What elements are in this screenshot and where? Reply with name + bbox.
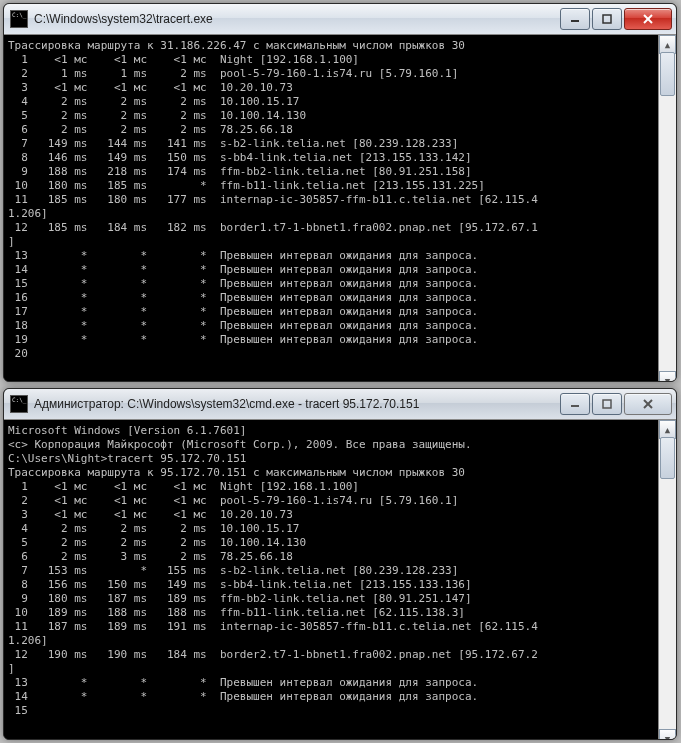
tracert-window-2: Администратор: C:\Windows\system32\cmd.e… bbox=[3, 388, 677, 740]
hop-row: 11 185 ms 180 ms 177 ms internap-ic-3058… bbox=[8, 193, 658, 207]
svg-rect-1 bbox=[603, 15, 611, 23]
hop-row: 11 187 ms 189 ms 191 ms internap-ic-3058… bbox=[8, 620, 658, 634]
hop-row: 3 <1 мс <1 мс <1 мс 10.20.10.73 bbox=[8, 508, 658, 522]
hop-row: 5 2 ms 2 ms 2 ms 10.100.14.130 bbox=[8, 109, 658, 123]
prompt-line: C:\Users\Night>tracert 95.172.70.151 bbox=[8, 452, 658, 466]
timeout-row: 19 * * * Превышен интервал ожидания для … bbox=[8, 333, 658, 347]
copyright-line: <c> Корпорация Майкрософт (Microsoft Cor… bbox=[8, 438, 658, 452]
scrollbar[interactable]: ▲ ▼ bbox=[658, 420, 676, 740]
scroll-down-button[interactable]: ▼ bbox=[659, 729, 676, 740]
window-title: Администратор: C:\Windows\system32\cmd.e… bbox=[34, 397, 560, 411]
trace-header: Трассировка маршрута к 95.172.70.151 с м… bbox=[8, 466, 658, 480]
svg-rect-5 bbox=[603, 400, 611, 408]
hop-row: 20 bbox=[8, 347, 658, 361]
hop-wrap: ] bbox=[8, 235, 658, 249]
scroll-thumb[interactable] bbox=[660, 52, 675, 96]
tracert-window-1: C:\Windows\system32\tracert.exe Трассиро… bbox=[3, 3, 677, 382]
timeout-row: 16 * * * Превышен интервал ожидания для … bbox=[8, 291, 658, 305]
version-line: Microsoft Windows [Version 6.1.7601] bbox=[8, 424, 658, 438]
scroll-track[interactable] bbox=[659, 437, 676, 731]
hop-row: 5 2 ms 2 ms 2 ms 10.100.14.130 bbox=[8, 536, 658, 550]
window-controls bbox=[560, 8, 672, 30]
close-button[interactable] bbox=[624, 393, 672, 415]
hop-row: 12 190 ms 190 ms 184 ms border2.t7-1-bbn… bbox=[8, 648, 658, 662]
scroll-thumb[interactable] bbox=[660, 437, 675, 479]
hop-row: 9 188 ms 218 ms 174 ms ffm-bb2-link.teli… bbox=[8, 165, 658, 179]
trace-header: Трассировка маршрута к 31.186.226.47 с м… bbox=[8, 39, 658, 53]
timeout-row: 13 * * * Превышен интервал ожидания для … bbox=[8, 249, 658, 263]
hop-row: 15 bbox=[8, 704, 658, 718]
timeout-row: 14 * * * Превышен интервал ожидания для … bbox=[8, 263, 658, 277]
window-title: C:\Windows\system32\tracert.exe bbox=[34, 12, 560, 26]
console-area: Трассировка маршрута к 31.186.226.47 с м… bbox=[4, 35, 676, 382]
titlebar[interactable]: C:\Windows\system32\tracert.exe bbox=[4, 4, 676, 35]
timeout-row: 14 * * * Превышен интервал ожидания для … bbox=[8, 690, 658, 704]
hop-row: 7 153 ms * 155 ms s-b2-link.telia.net [8… bbox=[8, 564, 658, 578]
scroll-track[interactable] bbox=[659, 52, 676, 373]
close-button[interactable] bbox=[624, 8, 672, 30]
cmd-icon bbox=[10, 10, 28, 28]
minimize-button[interactable] bbox=[560, 8, 590, 30]
hop-row: 4 2 ms 2 ms 2 ms 10.100.15.17 bbox=[8, 95, 658, 109]
hop-row: 10 180 ms 185 ms * ffm-b11-link.telia.ne… bbox=[8, 179, 658, 193]
hop-row: 7 149 ms 144 ms 141 ms s-b2-link.telia.n… bbox=[8, 137, 658, 151]
titlebar[interactable]: Администратор: C:\Windows\system32\cmd.e… bbox=[4, 389, 676, 420]
hop-wrap: 1.206] bbox=[8, 207, 658, 221]
hop-row: 1 <1 мс <1 мс <1 мс Night [192.168.1.100… bbox=[8, 480, 658, 494]
hop-row: 6 2 ms 3 ms 2 ms 78.25.66.18 bbox=[8, 550, 658, 564]
hop-wrap: 1.206] bbox=[8, 634, 658, 648]
hop-row: 12 185 ms 184 ms 182 ms border1.t7-1-bbn… bbox=[8, 221, 658, 235]
console-area: Microsoft Windows [Version 6.1.7601]<c> … bbox=[4, 420, 676, 740]
timeout-row: 15 * * * Превышен интервал ожидания для … bbox=[8, 277, 658, 291]
hop-row: 10 189 ms 188 ms 188 ms ffm-b11-link.tel… bbox=[8, 606, 658, 620]
hop-row: 8 156 ms 150 ms 149 ms s-bb4-link.telia.… bbox=[8, 578, 658, 592]
maximize-button[interactable] bbox=[592, 8, 622, 30]
maximize-button[interactable] bbox=[592, 393, 622, 415]
hop-wrap: ] bbox=[8, 662, 658, 676]
timeout-row: 13 * * * Превышен интервал ожидания для … bbox=[8, 676, 658, 690]
window-controls bbox=[560, 393, 672, 415]
hop-row: 6 2 ms 2 ms 2 ms 78.25.66.18 bbox=[8, 123, 658, 137]
hop-row: 2 <1 мс <1 мс <1 мс pool-5-79-160-1.is74… bbox=[8, 494, 658, 508]
timeout-row: 17 * * * Превышен интервал ожидания для … bbox=[8, 305, 658, 319]
scroll-down-button[interactable]: ▼ bbox=[659, 371, 676, 382]
scrollbar[interactable]: ▲ ▼ bbox=[658, 35, 676, 382]
minimize-button[interactable] bbox=[560, 393, 590, 415]
hop-row: 4 2 ms 2 ms 2 ms 10.100.15.17 bbox=[8, 522, 658, 536]
cmd-icon bbox=[10, 395, 28, 413]
hop-row: 9 180 ms 187 ms 189 ms ffm-bb2-link.teli… bbox=[8, 592, 658, 606]
hop-row: 2 1 ms 1 ms 2 ms pool-5-79-160-1.is74.ru… bbox=[8, 67, 658, 81]
hop-row: 3 <1 мс <1 мс <1 мс 10.20.10.73 bbox=[8, 81, 658, 95]
hop-row: 1 <1 мс <1 мс <1 мс Night [192.168.1.100… bbox=[8, 53, 658, 67]
hop-row: 8 146 ms 149 ms 150 ms s-bb4-link.telia.… bbox=[8, 151, 658, 165]
timeout-row: 18 * * * Превышен интервал ожидания для … bbox=[8, 319, 658, 333]
